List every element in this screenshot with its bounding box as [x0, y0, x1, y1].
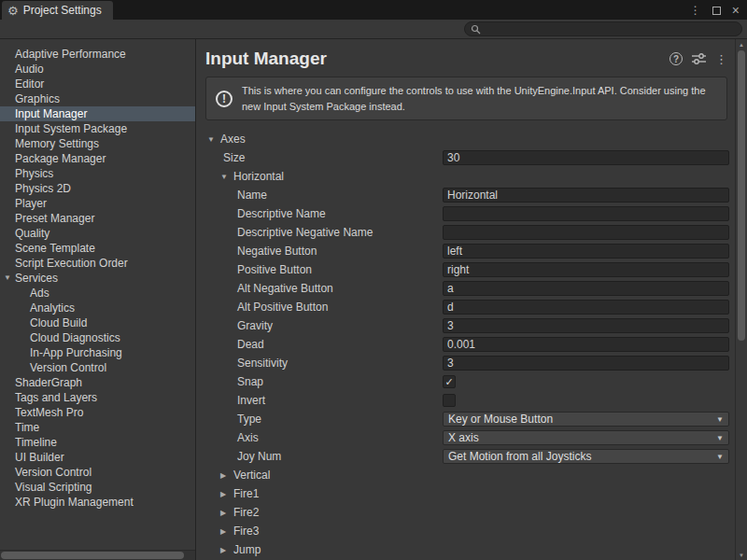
tab-bar: ⚙ Project Settings ⋮ ×: [0, 0, 747, 20]
jump-foldout[interactable]: ▶ Jump: [196, 540, 735, 559]
vertical-label: Vertical: [233, 469, 270, 482]
gravity-row: Gravity: [196, 316, 735, 335]
info-box: ! This is where you can configure the co…: [205, 77, 727, 120]
sidebar-item-analytics[interactable]: Analytics: [0, 301, 195, 315]
alt-positive-button-label: Alt Positive Button: [237, 301, 328, 314]
axis-row: Axis X axis ▼: [196, 428, 735, 447]
sidebar-item-physics-2d[interactable]: Physics 2D: [0, 181, 195, 196]
sidebar-item-player[interactable]: Player: [0, 196, 195, 211]
sidebar-item-ui-builder[interactable]: UI Builder: [0, 450, 195, 465]
invert-checkbox[interactable]: [443, 394, 456, 407]
sidebar-item-script-execution-order[interactable]: Script Execution Order: [0, 256, 195, 271]
sensitivity-input[interactable]: [443, 356, 729, 371]
sidebar-item-tags-and-layers[interactable]: Tags and Layers: [0, 390, 195, 405]
settings-sidebar: Adaptive Performance Audio Editor Graphi…: [0, 39, 196, 560]
tab-title: Project Settings: [23, 4, 102, 17]
panel-menu-icon[interactable]: ⋮: [715, 52, 727, 66]
fire3-foldout[interactable]: ▶ Fire3: [196, 522, 735, 540]
sidebar-item-version-control-service[interactable]: Version Control: [0, 360, 195, 375]
positive-button-input[interactable]: [443, 262, 729, 277]
sidebar-item-xr-plugin-management[interactable]: XR Plugin Management: [0, 495, 195, 510]
alt-negative-button-input[interactable]: [443, 281, 729, 296]
foldout-collapsed-icon[interactable]: ▶: [220, 527, 229, 536]
alt-positive-button-row: Alt Positive Button: [196, 298, 735, 316]
preset-icon[interactable]: [692, 53, 706, 64]
horizontal-label: Horizontal: [233, 170, 284, 183]
axes-row[interactable]: ▼ Axes: [196, 130, 735, 148]
sidebar-item-services[interactable]: ▼ Services: [0, 271, 195, 286]
fire2-foldout[interactable]: ▶ Fire2: [196, 503, 735, 522]
snap-checkbox[interactable]: ✓: [443, 375, 456, 388]
sidebar-item-input-manager[interactable]: Input Manager: [0, 106, 195, 121]
vertical-scrollbar[interactable]: ▲ ▼: [735, 39, 747, 560]
foldout-collapsed-icon[interactable]: ▶: [220, 509, 229, 517]
maximize-icon[interactable]: [712, 7, 721, 15]
sidebar-item-textmesh-pro[interactable]: TextMesh Pro: [0, 405, 195, 420]
scroll-up-icon[interactable]: ▲: [736, 39, 747, 49]
snap-row: Snap ✓: [196, 372, 735, 391]
sidebar-item-package-manager[interactable]: Package Manager: [0, 151, 195, 166]
dead-row: Dead: [196, 335, 735, 354]
negative-button-row: Negative Button: [196, 242, 735, 260]
foldout-expanded-icon[interactable]: ▼: [207, 135, 216, 144]
descriptive-name-row: Descriptive Name: [196, 204, 735, 223]
sidebar-item-ads[interactable]: Ads: [0, 286, 195, 301]
foldout-collapsed-icon[interactable]: ▶: [220, 490, 229, 498]
foldout-collapsed-icon[interactable]: ▶: [220, 546, 229, 554]
gravity-input[interactable]: [443, 318, 729, 333]
type-label: Type: [237, 413, 261, 426]
search-box[interactable]: [464, 21, 742, 36]
vertical-foldout[interactable]: ▶ Vertical: [196, 466, 735, 484]
descriptive-negative-name-row: Descriptive Negative Name: [196, 223, 735, 242]
scrollbar-thumb[interactable]: [738, 50, 745, 341]
sidebar-item-adaptive-performance[interactable]: Adaptive Performance: [0, 47, 195, 62]
sidebar-item-quality[interactable]: Quality: [0, 226, 195, 241]
alt-positive-button-input[interactable]: [443, 300, 729, 315]
scrollbar-track[interactable]: [736, 49, 747, 550]
name-input[interactable]: [443, 188, 729, 203]
positive-button-label: Positive Button: [237, 263, 312, 276]
joy-num-dropdown[interactable]: Get Motion from all Joysticks ▼: [443, 449, 729, 464]
foldout-expanded-icon[interactable]: ▼: [4, 271, 15, 286]
size-input[interactable]: [443, 150, 729, 165]
sidebar-item-in-app-purchasing[interactable]: In-App Purchasing: [0, 345, 195, 360]
sidebar-horizontal-scrollbar[interactable]: [0, 550, 195, 560]
negative-button-input[interactable]: [443, 244, 729, 259]
scrollbar-thumb[interactable]: [1, 552, 184, 559]
type-dropdown[interactable]: Key or Mouse Button ▼: [443, 412, 729, 427]
descriptive-name-input[interactable]: [443, 206, 729, 221]
foldout-expanded-icon[interactable]: ▼: [220, 173, 229, 181]
fire1-foldout[interactable]: ▶ Fire1: [196, 484, 735, 503]
sidebar-item-cloud-diagnostics[interactable]: Cloud Diagnostics: [0, 330, 195, 345]
sidebar-item-time[interactable]: Time: [0, 420, 195, 435]
sidebar-item-cloud-build[interactable]: Cloud Build: [0, 315, 195, 330]
search-input[interactable]: [485, 23, 736, 35]
sidebar-item-version-control[interactable]: Version Control: [0, 465, 195, 480]
name-label: Name: [237, 189, 267, 202]
sidebar-item-timeline[interactable]: Timeline: [0, 435, 195, 450]
descriptive-negative-name-input[interactable]: [443, 225, 729, 240]
horizontal-row[interactable]: ▼ Horizontal: [196, 167, 735, 186]
close-icon[interactable]: ×: [732, 4, 740, 17]
axis-dropdown[interactable]: X axis ▼: [443, 430, 729, 445]
sidebar-item-graphics[interactable]: Graphics: [0, 91, 195, 106]
sidebar-item-visual-scripting[interactable]: Visual Scripting: [0, 480, 195, 495]
chevron-down-icon: ▼: [716, 415, 724, 424]
dead-input[interactable]: [443, 337, 729, 352]
sidebar-item-input-system-package[interactable]: Input System Package: [0, 121, 195, 136]
scroll-down-icon[interactable]: ▼: [736, 550, 747, 560]
window-menu-icon[interactable]: ⋮: [690, 4, 701, 17]
alt-negative-button-label: Alt Negative Button: [237, 282, 333, 295]
axis-label: Axis: [237, 431, 259, 444]
sidebar-item-editor[interactable]: Editor: [0, 77, 195, 91]
sidebar-item-shadergraph[interactable]: ShaderGraph: [0, 375, 195, 390]
sidebar-item-physics[interactable]: Physics: [0, 166, 195, 181]
sidebar-item-audio[interactable]: Audio: [0, 62, 195, 77]
sidebar-item-scene-template[interactable]: Scene Template: [0, 241, 195, 256]
foldout-collapsed-icon[interactable]: ▶: [220, 471, 229, 480]
sidebar-item-memory-settings[interactable]: Memory Settings: [0, 136, 195, 151]
tab-project-settings[interactable]: ⚙ Project Settings: [2, 1, 113, 20]
invert-label: Invert: [237, 394, 265, 407]
sidebar-item-preset-manager[interactable]: Preset Manager: [0, 211, 195, 226]
help-icon[interactable]: ?: [669, 52, 683, 65]
